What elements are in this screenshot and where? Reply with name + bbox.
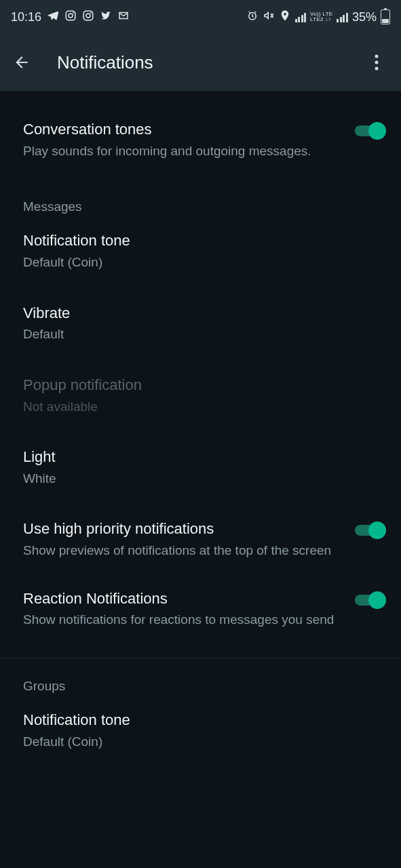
- battery-icon: [381, 9, 390, 24]
- setting-title: Notification tone: [23, 231, 386, 251]
- setting-subtitle: Default (Coin): [23, 733, 386, 751]
- more-vert-icon: [375, 54, 379, 71]
- alarm-icon: [246, 9, 259, 25]
- page-title: Notifications: [57, 52, 341, 73]
- svg-point-5: [90, 12, 92, 13]
- vibrate-item[interactable]: Vibrate Default: [0, 284, 401, 356]
- setting-subtitle: Default: [23, 326, 386, 344]
- setting-title: Vibrate: [23, 303, 386, 323]
- group-notification-tone-item[interactable]: Notification tone Default (Coin): [0, 701, 401, 763]
- setting-title: Conversation tones: [23, 119, 344, 140]
- status-right: Vo)) LTE LTE2 ↓↑ 35%: [246, 9, 390, 25]
- svg-point-8: [375, 61, 379, 64]
- conversation-tones-item[interactable]: Conversation tones Play sounds for incom…: [0, 110, 401, 172]
- setting-subtitle: Play sounds for incoming and outgoing me…: [23, 142, 344, 161]
- setting-subtitle: Show previews of notifications at the to…: [23, 542, 344, 560]
- gmail-icon: [117, 9, 130, 25]
- clock-time: 10:16: [11, 10, 41, 24]
- svg-point-7: [375, 55, 379, 58]
- setting-subtitle: White: [23, 470, 386, 488]
- setting-subtitle: Default (Coin): [23, 254, 386, 272]
- location-icon: [279, 9, 291, 25]
- instagram-icon: [64, 9, 77, 25]
- status-bar: 10:16 Vo)) LTE LTE2 ↓↑: [0, 0, 401, 34]
- setting-subtitle: Show notifications for reactions to mess…: [23, 611, 344, 629]
- network-label: Vo)) LTE LTE2 ↓↑: [310, 12, 332, 22]
- setting-title: Reaction Notifications: [23, 589, 344, 609]
- notification-tone-item[interactable]: Notification tone Default (Coin): [0, 221, 401, 283]
- conversation-tones-toggle[interactable]: [355, 122, 386, 140]
- app-bar: Notifications: [0, 34, 401, 91]
- setting-title: Use high priority notifications: [23, 519, 344, 539]
- instagram-icon: [82, 9, 94, 25]
- svg-point-9: [375, 67, 379, 71]
- battery-percent: 35%: [352, 10, 377, 24]
- more-button[interactable]: [360, 46, 393, 79]
- section-header-messages: Messages: [0, 172, 401, 221]
- setting-title: Popup notification: [23, 375, 386, 395]
- back-button[interactable]: [5, 46, 38, 79]
- high-priority-toggle[interactable]: [355, 521, 386, 539]
- telegram-icon: [47, 9, 59, 25]
- svg-point-4: [86, 14, 90, 18]
- reaction-toggle[interactable]: [355, 591, 386, 609]
- svg-point-2: [73, 12, 74, 13]
- signal-icon: [337, 12, 348, 22]
- svg-point-1: [69, 14, 73, 18]
- mute-icon: [263, 9, 275, 25]
- status-left: 10:16: [11, 9, 130, 25]
- section-header-groups: Groups: [0, 658, 401, 701]
- popup-notification-item: Popup notification Not available: [0, 356, 401, 428]
- settings-list: Conversation tones Play sounds for incom…: [0, 91, 401, 763]
- arrow-left-icon: [13, 54, 31, 71]
- reaction-notifications-item[interactable]: Reaction Notifications Show notification…: [0, 572, 401, 642]
- setting-subtitle: Not available: [23, 398, 386, 416]
- light-item[interactable]: Light White: [0, 428, 401, 500]
- signal-icon: [295, 12, 307, 22]
- setting-title: Light: [23, 447, 386, 467]
- twitter-icon: [100, 9, 112, 25]
- high-priority-item[interactable]: Use high priority notifications Show pre…: [0, 500, 401, 572]
- setting-title: Notification tone: [23, 710, 386, 730]
